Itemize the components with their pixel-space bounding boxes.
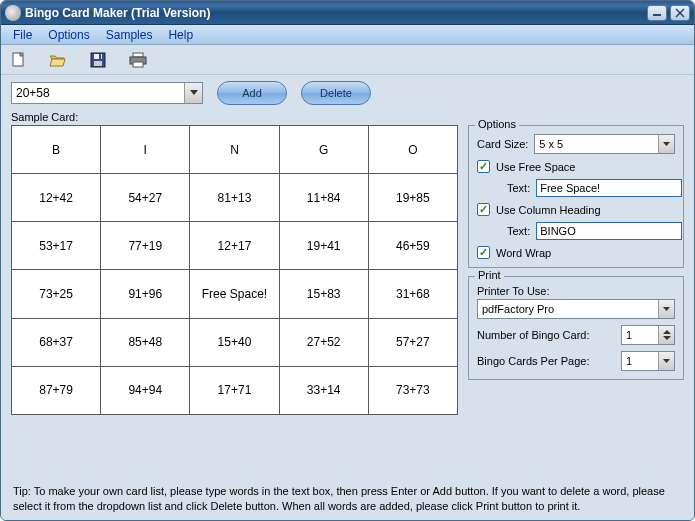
per-page-drop[interactable] xyxy=(658,352,674,370)
cell: 19+85 xyxy=(368,174,457,222)
open-folder-icon xyxy=(49,52,67,68)
card-size-row: Card Size: 5 x 5 xyxy=(477,134,675,154)
cell: 53+17 xyxy=(12,222,101,270)
close-button[interactable] xyxy=(670,5,690,21)
printer-label: Printer To Use: xyxy=(477,285,550,297)
options-group: Options Card Size: 5 x 5 ✓ Use Free Spac… xyxy=(468,125,684,268)
svg-rect-9 xyxy=(133,53,143,57)
card-size-value: 5 x 5 xyxy=(535,135,658,153)
cell: 91+96 xyxy=(101,270,190,318)
print-button[interactable] xyxy=(127,49,149,71)
card-size-label: Card Size: xyxy=(477,138,528,150)
cell: 46+59 xyxy=(368,222,457,270)
spinner-arrows-icon xyxy=(662,329,672,341)
printer-combo[interactable]: pdfFactory Pro xyxy=(477,299,675,319)
col-heading-label: Use Column Heading xyxy=(496,204,601,216)
col-heading-checkbox[interactable]: ✓ xyxy=(477,203,490,216)
bingo-table: B I N G O 12+4254+2781+1311+8419+85 53+1… xyxy=(11,125,458,415)
cell: 87+79 xyxy=(12,366,101,414)
per-page-row: Bingo Cards Per Page: 1 xyxy=(477,351,675,371)
cell: 68+37 xyxy=(12,318,101,366)
table-row: 87+7994+9417+7133+1473+73 xyxy=(12,366,458,414)
free-space-label: Use Free Space xyxy=(496,161,575,173)
word-wrap-checkbox[interactable]: ✓ xyxy=(477,246,490,259)
add-button[interactable]: Add xyxy=(217,81,287,105)
cell: 27+52 xyxy=(279,318,368,366)
header-row: B I N G O xyxy=(12,126,458,174)
word-input[interactable] xyxy=(12,83,184,103)
svg-marker-14 xyxy=(663,307,670,311)
col-n: N xyxy=(190,126,279,174)
open-button[interactable] xyxy=(47,49,69,71)
col-g: G xyxy=(279,126,368,174)
menu-options[interactable]: Options xyxy=(40,28,97,42)
table-row: 53+1777+1912+1719+4146+59 xyxy=(12,222,458,270)
word-combo-drop[interactable] xyxy=(184,83,202,103)
svg-marker-16 xyxy=(663,336,671,340)
per-page-combo[interactable]: 1 xyxy=(621,351,675,371)
menu-help[interactable]: Help xyxy=(160,28,201,42)
cell: 19+41 xyxy=(279,222,368,270)
menu-file[interactable]: File xyxy=(5,28,40,42)
side-panel: Options Card Size: 5 x 5 ✓ Use Free Spac… xyxy=(468,111,684,478)
content-area: Add Delete Sample Card: B I N G O 12+425… xyxy=(1,75,694,520)
new-file-icon xyxy=(10,52,26,68)
cell: 12+17 xyxy=(190,222,279,270)
cell: 85+48 xyxy=(101,318,190,366)
titlebar: Bingo Card Maker (Trial Version) xyxy=(1,1,694,25)
col-text-label: Text: xyxy=(507,225,530,237)
col-text-input[interactable] xyxy=(536,222,682,240)
chevron-down-icon xyxy=(663,142,670,147)
window-title: Bingo Card Maker (Trial Version) xyxy=(25,6,644,20)
cell: 15+83 xyxy=(279,270,368,318)
chevron-down-icon xyxy=(663,307,670,312)
svg-rect-8 xyxy=(99,54,101,59)
save-floppy-icon xyxy=(90,52,106,68)
cell: 15+40 xyxy=(190,318,279,366)
cell: 17+71 xyxy=(190,366,279,414)
cell: 11+84 xyxy=(279,174,368,222)
card-size-drop[interactable] xyxy=(658,135,674,153)
new-button[interactable] xyxy=(7,49,29,71)
minimize-button[interactable] xyxy=(647,5,667,21)
cell: 94+94 xyxy=(101,366,190,414)
close-icon xyxy=(675,8,685,18)
card-size-combo[interactable]: 5 x 5 xyxy=(534,134,675,154)
col-b: B xyxy=(12,126,101,174)
card-area: Sample Card: B I N G O 12+4254+2781+1311… xyxy=(11,111,458,478)
tip-text: Tip: To make your own card list, please … xyxy=(11,478,684,516)
num-cards-spinner[interactable]: 1 xyxy=(621,325,675,345)
cell: 12+42 xyxy=(12,174,101,222)
free-text-input[interactable] xyxy=(536,179,682,197)
toolbar xyxy=(1,45,694,75)
input-row: Add Delete xyxy=(11,81,684,105)
printer-label-row: Printer To Use: xyxy=(477,285,675,297)
app-icon xyxy=(5,5,21,21)
cell: 77+19 xyxy=(101,222,190,270)
minimize-icon xyxy=(652,9,662,17)
menubar: File Options Samples Help xyxy=(1,25,694,45)
printer-drop[interactable] xyxy=(658,300,674,318)
cell: 31+68 xyxy=(368,270,457,318)
free-space-checkbox[interactable]: ✓ xyxy=(477,160,490,173)
table-row: 68+3785+4815+4027+5257+27 xyxy=(12,318,458,366)
cell: 57+27 xyxy=(368,318,457,366)
menu-samples[interactable]: Samples xyxy=(98,28,161,42)
print-group: Print Printer To Use: pdfFactory Pro Num… xyxy=(468,276,684,380)
cell: 33+14 xyxy=(279,366,368,414)
sample-card-label: Sample Card: xyxy=(11,111,458,123)
cell: 54+27 xyxy=(101,174,190,222)
spinner-buttons[interactable] xyxy=(658,326,674,344)
cell: 73+73 xyxy=(368,366,457,414)
app-window: Bingo Card Maker (Trial Version) File Op… xyxy=(0,0,695,521)
delete-button[interactable]: Delete xyxy=(301,81,371,105)
save-button[interactable] xyxy=(87,49,109,71)
table-row: 73+2591+96Free Space!15+8331+68 xyxy=(12,270,458,318)
svg-marker-15 xyxy=(663,330,671,334)
options-legend: Options xyxy=(475,118,519,130)
chevron-down-icon xyxy=(663,359,670,364)
free-text-label: Text: xyxy=(507,182,530,194)
word-combo[interactable] xyxy=(11,82,203,104)
printer-value: pdfFactory Pro xyxy=(478,300,658,318)
word-wrap-row: ✓ Word Wrap xyxy=(477,246,675,259)
